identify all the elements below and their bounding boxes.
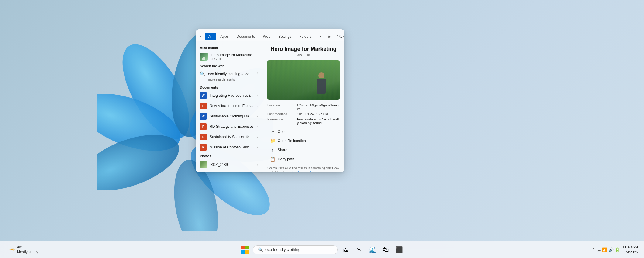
tab-settings[interactable]: Settings (275, 33, 295, 40)
send-feedback-link[interactable]: Send feedback (292, 171, 312, 172)
detail-meta: Location C:\scratch\Ignite\Ignite\Images… (267, 103, 340, 125)
tab-apps[interactable]: Apps (217, 33, 232, 40)
speaker-icon[interactable]: 🔊 (608, 247, 614, 252)
start-button[interactable] (239, 244, 251, 256)
clock-date: 1/9/2025 (622, 250, 638, 255)
play-icon[interactable]: ► (327, 34, 333, 39)
doc-item-3[interactable]: P RD Strategy and Expenses › (196, 121, 262, 132)
taskbar-search-text: eco friendly clothing (265, 247, 333, 252)
search-results-right: Hero Image for Marketing JPG File Locati… (262, 41, 344, 172)
detail-title: Hero Image for Marketing (267, 46, 340, 52)
chevron-up-icon[interactable]: ⌃ (592, 247, 595, 252)
weather-text: 46°F Mostly sunny (17, 245, 38, 254)
best-match-label: Best match (196, 44, 262, 51)
doc-title-1: New Vibrant Line of Fabrics (210, 104, 254, 108)
taskbar-left: ☀ 46°F Mostly sunny (6, 244, 41, 256)
open-file-location-label: Open file location (278, 139, 306, 143)
weather-icon: ☀ (9, 246, 15, 254)
weather-widget[interactable]: ☀ 46°F Mostly sunny (6, 244, 41, 256)
doc-item-2[interactable]: W Sustainable Clothing Marketing ... › (196, 111, 262, 121)
weather-condition: Mostly sunny (17, 250, 38, 255)
doc-item-4[interactable]: P Sustainability Solution for Future ...… (196, 132, 262, 142)
snipping-tool-icon[interactable]: ✂ (353, 244, 365, 256)
ppt-icon-1: P (200, 103, 207, 109)
cloud-icon[interactable]: ☁ (597, 247, 601, 252)
person-figure (315, 72, 327, 97)
temperature: 46°F (17, 245, 38, 250)
photos-label: Photos (196, 152, 262, 159)
doc-text-2: Sustainable Clothing Marketing ... (210, 114, 254, 118)
meta-value-location: C:\scratch\Ignite\Ignite\Images (297, 103, 340, 111)
detail-subtitle: JPG File (267, 53, 340, 57)
file-explorer-icon[interactable]: 🗂 (340, 244, 352, 256)
best-match-text: Hero Image for Marketing JPG File (211, 53, 258, 61)
taskbar-search-icon: 🔍 (258, 247, 263, 252)
copy-path-label: Copy path (278, 157, 294, 161)
detail-preview-image (267, 60, 340, 100)
copy-path-button[interactable]: 📋 Copy path (267, 155, 340, 163)
open-button[interactable]: ↗ Open (267, 128, 340, 136)
edge-browser-icon[interactable]: 🌊 (366, 244, 379, 256)
meta-row-modified: Last modified 10/30/2024, 8:27 PM (267, 112, 340, 116)
tab-f[interactable]: F (316, 33, 325, 40)
photo-item-0[interactable]: RCZ_2189 › (196, 159, 262, 170)
open-file-location-button[interactable]: 📁 Open file location (267, 137, 340, 145)
tab-all[interactable]: All (205, 33, 216, 40)
share-icon: ↑ (270, 148, 275, 152)
tray-icons: ⌃ ☁ 📶 🔊 🔋 (592, 247, 620, 252)
doc-arrow-3: › (257, 125, 258, 128)
filter-tabs: ← All Apps Documents Web Settings Folder… (196, 29, 344, 41)
tab-documents[interactable]: Documents (233, 33, 259, 40)
doc-title-4: Sustainability Solution for Future ... (210, 135, 254, 139)
store-icon[interactable]: 🛍 (380, 244, 392, 256)
ppt-icon-5: P (200, 144, 207, 151)
search-web-item[interactable]: 🔍 eco friendly clothing - See more searc… (196, 69, 262, 84)
best-match-item[interactable]: Hero Image for Marketing JPG File (196, 51, 262, 62)
copy-icon: 📋 (270, 157, 275, 162)
meta-key-relevance: Relevance (267, 117, 295, 125)
system-clock[interactable]: 11:49 AM 1/9/2025 (622, 245, 638, 255)
word-icon-0: W (200, 92, 207, 99)
photo-item-1[interactable]: RCZ_3241 › (196, 170, 262, 172)
share-label: Share (278, 148, 287, 152)
doc-title-5: Mission of Contoso Sustainable F... (210, 145, 254, 149)
windows-logo (241, 246, 249, 254)
forest-background (267, 60, 340, 100)
open-icon: ↗ (270, 129, 275, 134)
detail-footer: Search uses AI to find results. If somet… (267, 166, 340, 172)
folder-icon: 📁 (270, 138, 275, 143)
tab-number[interactable]: 7717 (334, 33, 344, 40)
taskbar-search-box[interactable]: 🔍 eco friendly clothing (253, 245, 338, 254)
back-button[interactable]: ← (199, 32, 204, 41)
meta-row-relevance: Relevance Image related to "eco friendly… (267, 117, 340, 125)
documents-label: Documents (196, 84, 262, 90)
meta-row-location: Location C:\scratch\Ignite\Ignite\Images (267, 103, 340, 111)
doc-arrow-4: › (257, 135, 258, 139)
ppt-icon-4: P (200, 134, 207, 140)
share-button[interactable]: ↑ Share (267, 146, 340, 154)
ppt-icon-3: P (200, 123, 207, 130)
doc-arrow-0: › (257, 94, 258, 97)
hero-image-icon (200, 53, 208, 61)
best-match-subtitle: JPG File (211, 57, 258, 61)
doc-item-5[interactable]: P Mission of Contoso Sustainable F... › (196, 142, 262, 152)
tab-web[interactable]: Web (259, 33, 274, 40)
doc-text-4: Sustainability Solution for Future ... (210, 135, 254, 139)
doc-title-2: Sustainable Clothing Marketing ... (210, 114, 254, 118)
search-web-query: eco friendly clothing (208, 72, 240, 76)
wifi-icon[interactable]: 📶 (602, 247, 607, 252)
doc-text-0: Integrating Hydroponics in Manu... (210, 93, 254, 98)
search-panel: ← All Apps Documents Web Settings Folder… (196, 29, 344, 172)
taskbar-right: ⌃ ☁ 📶 🔊 🔋 11:49 AM 1/9/2025 (592, 245, 638, 255)
meta-value-relevance: Image related to "eco friendly clothing"… (297, 117, 340, 125)
photo-thumb-1 (200, 172, 207, 172)
doc-item-1[interactable]: P New Vibrant Line of Fabrics › (196, 101, 262, 111)
open-label: Open (278, 130, 286, 134)
doc-text-3: RD Strategy and Expenses (210, 124, 254, 129)
search-results-container: Best match Hero Image for Marketing JPG … (196, 41, 344, 172)
battery-icon[interactable]: 🔋 (615, 247, 620, 252)
terminal-icon[interactable]: ⬛ (393, 244, 405, 256)
tab-folders[interactable]: Folders (296, 33, 315, 40)
doc-item-0[interactable]: W Integrating Hydroponics in Manu... › (196, 90, 262, 101)
word-icon-2: W (200, 113, 207, 120)
